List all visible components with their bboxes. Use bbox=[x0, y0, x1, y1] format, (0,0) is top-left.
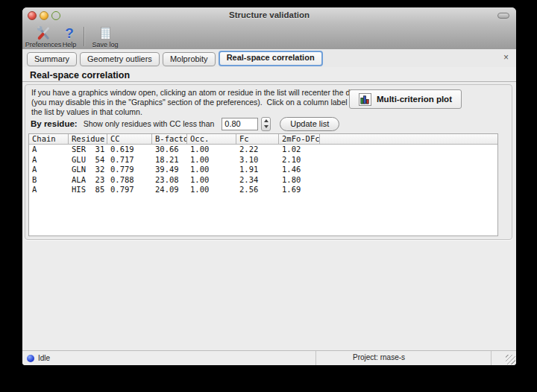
cell-2mfo-dfc[interactable]: 1.02 bbox=[279, 145, 320, 155]
heading-divider bbox=[22, 81, 516, 82]
status-section: Idle bbox=[27, 351, 50, 365]
help-button[interactable]: ? Help bbox=[57, 25, 82, 48]
instructions-text: If you have a graphics window open, clic… bbox=[31, 88, 381, 117]
save-log-icon bbox=[99, 25, 112, 40]
column-header-filler bbox=[320, 134, 497, 145]
cell-fc[interactable]: 2.22 bbox=[236, 145, 279, 155]
column-header-residue[interactable]: Residue bbox=[69, 134, 107, 145]
residue-table: Chain Residue CC B-factor Occ. Fc 2mFo-D… bbox=[28, 133, 498, 236]
stepper-down-icon[interactable] bbox=[262, 124, 270, 130]
page-title: Real-space correlation bbox=[30, 70, 130, 80]
cell-residue[interactable]: ALA 23 bbox=[69, 175, 107, 186]
stepper-up-icon[interactable] bbox=[262, 118, 270, 124]
cell-2mfo-dfc[interactable]: 1.80 bbox=[279, 175, 320, 186]
tab-summary[interactable]: Summary bbox=[27, 52, 77, 66]
column-header-fc[interactable]: Fc bbox=[236, 134, 279, 145]
table-body: A SER 31 0.619 30.66 1.00 2.22 1.02 A GL… bbox=[29, 145, 497, 195]
cell-chain[interactable]: A bbox=[29, 165, 69, 175]
cell-chain[interactable]: A bbox=[29, 145, 69, 155]
close-window-button[interactable] bbox=[28, 11, 37, 20]
cell-b-factor[interactable]: 39.49 bbox=[152, 165, 187, 175]
column-header-cc[interactable]: CC bbox=[107, 134, 152, 145]
filter-row: By residue: Show only residues with CC l… bbox=[31, 116, 339, 131]
cell-residue[interactable]: SER 31 bbox=[69, 145, 107, 155]
cell-b-factor[interactable]: 30.66 bbox=[152, 145, 187, 155]
table-row[interactable]: A SER 31 0.619 30.66 1.00 2.22 1.02 bbox=[29, 145, 497, 155]
column-header-2mfo-dfc[interactable]: 2mFo-DFc bbox=[279, 134, 320, 145]
by-residue-label: By residue: bbox=[31, 119, 78, 128]
cell-cc[interactable]: 0.779 bbox=[107, 165, 152, 175]
filter-description: Show only residues with CC less than bbox=[84, 119, 215, 128]
titlebar: Structure validation bbox=[22, 7, 516, 24]
instructions-line: (you may disable this in the "Graphics" … bbox=[31, 98, 381, 107]
multi-criterion-plot-label: Multi-criterion plot bbox=[377, 95, 452, 104]
instructions-line: If you have a graphics window open, clic… bbox=[31, 88, 381, 98]
cell-chain[interactable]: B bbox=[29, 175, 69, 186]
update-list-button[interactable]: Update list bbox=[280, 117, 339, 131]
table-header: Chain Residue CC B-factor Occ. Fc 2mFo-D… bbox=[29, 134, 497, 145]
cell-fc[interactable]: 2.34 bbox=[236, 175, 279, 186]
status-bar: Idle Project: rnase-s bbox=[22, 350, 516, 365]
cell-cc[interactable]: 0.619 bbox=[107, 145, 152, 155]
cell-occ[interactable]: 1.00 bbox=[187, 185, 236, 195]
cell-cc[interactable]: 0.788 bbox=[107, 175, 152, 186]
app-window: Structure validation Preferences ? Help bbox=[22, 7, 516, 365]
window-title: Structure validation bbox=[229, 10, 310, 19]
real-space-correlation-groupbox: If you have a graphics window open, clic… bbox=[25, 84, 512, 240]
resize-grip-icon[interactable] bbox=[506, 355, 515, 364]
multi-criterion-plot-button[interactable]: Multi-criterion plot bbox=[349, 89, 462, 109]
window-controls bbox=[28, 11, 60, 20]
table-row[interactable]: A HIS 85 0.797 24.09 1.00 2.56 1.69 bbox=[29, 185, 497, 195]
cell-chain[interactable]: A bbox=[29, 185, 69, 195]
help-label: Help bbox=[63, 41, 77, 48]
cell-filler bbox=[320, 145, 497, 155]
zoom-window-button[interactable] bbox=[51, 11, 60, 20]
cell-fc[interactable]: 3.10 bbox=[236, 155, 279, 165]
cell-filler bbox=[320, 155, 497, 165]
cc-threshold-input[interactable] bbox=[222, 118, 258, 130]
status-indicator-icon bbox=[27, 355, 34, 362]
cell-2mfo-dfc[interactable]: 1.69 bbox=[279, 185, 320, 195]
cell-occ[interactable]: 1.00 bbox=[187, 165, 236, 175]
project-label: Project: rnase-s bbox=[353, 353, 405, 361]
toolbar-toggle-button[interactable] bbox=[497, 13, 509, 19]
table-row[interactable]: A GLU 54 0.717 18.21 1.00 3.10 2.10 bbox=[29, 155, 497, 165]
cell-residue[interactable]: GLU 54 bbox=[69, 155, 107, 165]
cell-cc[interactable]: 0.717 bbox=[107, 155, 152, 165]
tab-real-space-correlation[interactable]: Real-space correlation bbox=[219, 51, 323, 66]
cell-chain[interactable]: A bbox=[29, 155, 69, 165]
help-icon: ? bbox=[65, 25, 74, 40]
statusbar-separator bbox=[491, 351, 492, 365]
tab-molprobity[interactable]: Molprobity bbox=[163, 52, 216, 66]
cell-filler bbox=[320, 175, 497, 186]
cell-occ[interactable]: 1.00 bbox=[187, 145, 236, 155]
cell-filler bbox=[320, 165, 497, 175]
cell-cc[interactable]: 0.797 bbox=[107, 185, 152, 195]
close-tab-icon[interactable]: × bbox=[503, 53, 509, 62]
cell-occ[interactable]: 1.00 bbox=[187, 175, 236, 186]
cell-occ[interactable]: 1.00 bbox=[187, 155, 236, 165]
table-row[interactable]: B ALA 23 0.788 23.08 1.00 2.34 1.80 bbox=[29, 175, 497, 186]
bar-chart-icon bbox=[359, 93, 371, 106]
cell-2mfo-dfc[interactable]: 2.10 bbox=[279, 155, 320, 165]
tab-geometry-outliers[interactable]: Geometry outliers bbox=[80, 52, 160, 66]
column-header-chain[interactable]: Chain bbox=[29, 134, 69, 145]
cell-residue[interactable]: HIS 85 bbox=[69, 185, 107, 195]
cell-b-factor[interactable]: 23.08 bbox=[152, 175, 187, 186]
toolbar: Preferences ? Help bbox=[22, 24, 516, 50]
cc-threshold-stepper[interactable] bbox=[261, 117, 271, 131]
column-header-b-factor[interactable]: B-factor bbox=[152, 134, 187, 145]
save-log-button[interactable]: Save log bbox=[88, 25, 122, 48]
cell-filler bbox=[320, 185, 497, 195]
cell-residue[interactable]: GLN 32 bbox=[69, 165, 107, 175]
cell-b-factor[interactable]: 24.09 bbox=[152, 185, 187, 195]
minimize-window-button[interactable] bbox=[40, 11, 48, 20]
column-header-occ[interactable]: Occ. bbox=[187, 134, 236, 145]
cell-fc[interactable]: 2.56 bbox=[236, 185, 279, 195]
tab-bar: Summary Geometry outliers Molprobity Rea… bbox=[22, 49, 516, 67]
toolbar-separator bbox=[84, 27, 84, 46]
cell-b-factor[interactable]: 18.21 bbox=[152, 155, 187, 165]
cell-fc[interactable]: 1.91 bbox=[236, 165, 279, 175]
cell-2mfo-dfc[interactable]: 1.46 bbox=[279, 165, 320, 175]
table-row[interactable]: A GLN 32 0.779 39.49 1.00 1.91 1.46 bbox=[29, 165, 497, 175]
